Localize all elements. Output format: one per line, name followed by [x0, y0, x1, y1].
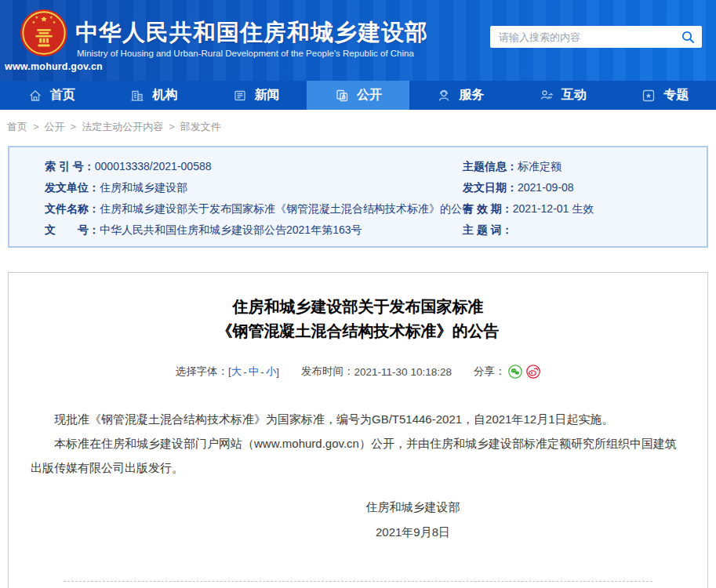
nav-label: 互动 [562, 87, 587, 103]
font-size-small-link[interactable]: 小 [266, 365, 277, 379]
document-info-panel: 索 引 号：000013338/2021-00588 发文单位：住房和城乡建设部… [8, 146, 708, 248]
doc-file-name: 文件名称：住房和城乡建设部关于发布国家标准《钢管混凝土混合结构技术标准》的公告 [45, 198, 463, 220]
article-paragraph: 现批准《钢管混凝土混合结构技术标准》为国家标准，编号为GB/T51446-202… [31, 407, 685, 431]
nav-item-disclosure[interactable]: 公开 [307, 81, 409, 110]
field-value: 2021-09-08 [518, 181, 574, 194]
nav-item-services[interactable]: 服务 [409, 81, 511, 110]
search-icon [681, 30, 695, 44]
interaction-icon [539, 88, 554, 103]
field-value: 000013338/2021-00588 [95, 160, 212, 172]
field-label: 主 题 词： [463, 223, 513, 236]
breadcrumb: 首页 > 公开 > 法定主动公开内容 > 部发文件 [0, 110, 716, 143]
doc-effective-date: 有 效 期：2021-12-01 生效 [463, 198, 707, 220]
nav-label: 公开 [357, 87, 382, 103]
publish-time-label: 发布时间： [301, 365, 354, 379]
share-icons [508, 365, 540, 379]
signature-date: 2021年9月8日 [64, 525, 716, 540]
main-nav: 首页 机构 新闻 公开 服务 [0, 81, 716, 110]
national-emblem-icon [19, 8, 69, 58]
article-body: 现批准《钢管混凝土混合结构技术标准》为国家标准，编号为GB/T51446-202… [9, 407, 707, 480]
topics-icon [641, 88, 656, 103]
font-selector-separator: - [243, 366, 247, 378]
dashed-divider [64, 581, 652, 582]
article-title-line1: 住房和城乡建设部关于发布国家标准 [9, 295, 707, 319]
nav-label: 机构 [152, 87, 177, 103]
site-title-english: Ministry of Housing and Urban-Rural Deve… [77, 49, 414, 58]
article-paragraph: 本标准在住房和城乡建设部门户网站（www.mohurd.gov.cn）公开，并由… [31, 431, 685, 480]
breadcrumb-current-page: 部发文件 [180, 120, 221, 134]
nav-item-home[interactable]: 首页 [0, 81, 102, 110]
article-meta-row: 选择字体：[大 - 中 - 小] 发布时间：2021-11-30 10:18:2… [9, 365, 707, 379]
doc-subject-terms: 主 题 词： [463, 220, 707, 241]
article-title-line2: 《钢管混凝土混合结构技术标准》的公告 [9, 319, 707, 343]
nav-item-news[interactable]: 新闻 [205, 81, 307, 110]
font-selector-suffix: ] [276, 366, 279, 378]
document-info-right-column: 主题信息：标准定额 发文日期：2021-09-08 有 效 期：2021-12-… [463, 156, 707, 246]
nav-label: 首页 [50, 87, 75, 103]
field-value: 标准定额 [518, 160, 562, 172]
field-value: 住房和城乡建设部关于发布国家标准《钢管混凝土混合结构技术标准》的公告 [100, 202, 473, 215]
breadcrumb-disclosure[interactable]: 公开 [45, 120, 65, 134]
font-size-large-link[interactable]: 大 [231, 365, 242, 379]
field-label: 文件名称： [45, 202, 100, 215]
publish-time-value: 2021-11-30 10:18:28 [354, 366, 452, 378]
breadcrumb-statutory-disclosure[interactable]: 法定主动公开内容 [82, 120, 163, 134]
doc-index-number: 索 引 号：000013338/2021-00588 [45, 156, 463, 177]
nav-label: 新闻 [255, 87, 280, 103]
share-block: 分享： [474, 365, 541, 379]
font-size-medium-link[interactable]: 中 [249, 365, 260, 379]
site-title: 中华人民共和国住房和城乡建设部 [75, 17, 428, 49]
field-label: 文 号： [45, 223, 100, 236]
nav-label: 服务 [459, 87, 484, 103]
font-selector-separator: - [260, 366, 264, 378]
signature-organization: 住房和城乡建设部 [64, 500, 716, 515]
article-card: 住房和城乡建设部关于发布国家标准 《钢管混凝土混合结构技术标准》的公告 选择字体… [8, 272, 708, 588]
nav-item-organization[interactable]: 机构 [102, 81, 204, 110]
disclosure-icon [334, 88, 350, 103]
publish-time: 发布时间：2021-11-30 10:18:28 [301, 365, 452, 379]
wechat-share-icon[interactable] [508, 365, 522, 379]
breadcrumb-home[interactable]: 首页 [7, 120, 27, 134]
font-size-selector: 选择字体：[大 - 中 - 小] [176, 365, 280, 379]
breadcrumb-separator: > [169, 121, 175, 132]
field-value: 中华人民共和国住房和城乡建设部公告2021年第163号 [100, 223, 362, 236]
field-label: 发文日期： [463, 181, 518, 194]
font-selector-prefix: 选择字体：[ [176, 365, 231, 379]
weibo-share-icon[interactable] [526, 365, 540, 379]
article-signature-block: 住房和城乡建设部 2021年9月8日 [64, 500, 716, 540]
field-label: 有 效 期： [463, 202, 513, 215]
search-button[interactable] [674, 26, 702, 48]
article-title: 住房和城乡建设部关于发布国家标准 《钢管混凝土混合结构技术标准》的公告 [9, 295, 707, 343]
breadcrumb-separator: > [71, 121, 77, 132]
doc-issue-date: 发文日期：2021-09-08 [463, 177, 707, 198]
share-label: 分享： [474, 365, 506, 379]
doc-topic-info: 主题信息：标准定额 [463, 156, 707, 177]
doc-document-number: 文 号：中华人民共和国住房和城乡建设部公告2021年第163号 [45, 220, 463, 241]
site-header: www.mohurd.gov.cn 中华人民共和国住房和城乡建设部 Minist… [0, 0, 716, 81]
nav-item-topics[interactable]: 专题 [614, 81, 716, 110]
organization-icon [129, 88, 145, 103]
service-icon [436, 88, 452, 103]
field-value: 2021-12-01 生效 [513, 202, 594, 215]
search-input[interactable] [490, 31, 674, 43]
doc-issuing-unit: 发文单位：住房和城乡建设部 [45, 177, 463, 198]
field-value: 住房和城乡建设部 [100, 181, 187, 194]
home-icon [27, 88, 43, 103]
field-label: 索 引 号： [45, 160, 95, 172]
search-box [490, 26, 702, 48]
breadcrumb-separator: > [33, 121, 39, 132]
field-label: 发文单位： [45, 181, 100, 194]
nav-item-interaction[interactable]: 互动 [511, 81, 613, 110]
site-url: www.mohurd.gov.cn [5, 61, 103, 72]
document-info-left-column: 索 引 号：000013338/2021-00588 发文单位：住房和城乡建设部… [9, 156, 463, 246]
field-label: 主题信息： [463, 160, 518, 172]
nav-label: 专题 [663, 87, 689, 103]
news-icon [232, 88, 248, 103]
